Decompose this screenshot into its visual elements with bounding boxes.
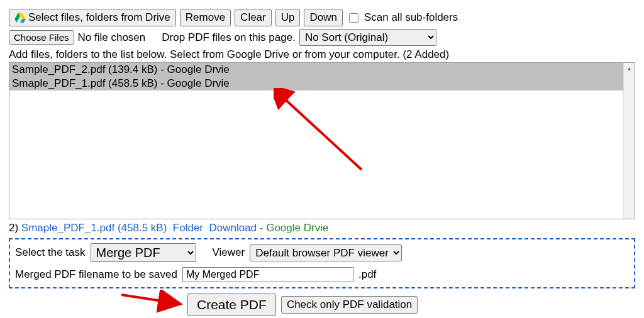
drop-hint-label: Drop PDF files on this page. [162, 31, 296, 44]
task-select[interactable]: Merge PDF [91, 243, 196, 262]
task-panel: Select the task Merge PDF Viewer Default… [9, 238, 635, 288]
no-file-label: No file chosen [78, 31, 146, 44]
svg-line-6 [121, 295, 178, 304]
viewer-select[interactable]: Default browser PDF viewer [250, 244, 402, 261]
remove-button[interactable]: Remove [180, 9, 231, 26]
drive-button-label: Select files, folders from Drive [28, 11, 170, 24]
create-pdf-button[interactable]: Create PDF [187, 293, 276, 316]
choose-files-button[interactable]: Choose Files [9, 30, 74, 45]
google-drive-icon [14, 13, 26, 23]
select-drive-button[interactable]: Select files, folders from Drive [9, 9, 176, 26]
status-download-link[interactable]: Download [209, 222, 257, 234]
svg-marker-1 [20, 19, 26, 23]
instructions-text: Add files, folders to the list below. Se… [9, 48, 635, 61]
filename-input[interactable] [182, 267, 353, 282]
file-list[interactable]: Sample_PDF_2.pdf (139.4 kB) - Google Drv… [9, 63, 635, 90]
up-button[interactable]: Up [275, 9, 301, 26]
file-list-box: Sample_PDF_2.pdf (139.4 kB) - Google Drv… [9, 62, 635, 219]
filename-label: Merged PDF filename to be saved [15, 268, 177, 281]
task-label: Select the task [15, 246, 86, 259]
scan-subfolders-label: Scan all sub-folders [364, 11, 458, 24]
status-index: 2) [9, 222, 18, 234]
annotation-arrow-icon [274, 88, 380, 182]
status-line: 2) Smaple_PDF_1.pdf (458.5 kB) Folder Do… [9, 222, 635, 234]
annotation-arrow-icon [118, 290, 187, 315]
sort-select[interactable]: No Sort (Original) [299, 29, 436, 46]
status-folder-link[interactable]: Folder [173, 222, 203, 234]
scroll-down-icon[interactable] [624, 208, 635, 219]
validate-button[interactable]: Check only PDF validation [281, 296, 418, 314]
scan-subfolders-checkbox[interactable] [349, 13, 358, 23]
down-button[interactable]: Down [304, 9, 342, 26]
list-item[interactable]: Sample_PDF_2.pdf (139.4 kB) - Google Drv… [9, 63, 635, 77]
svg-line-4 [283, 97, 362, 170]
status-filename-link[interactable]: Smaple_PDF_1.pdf (458.5 kB) [21, 222, 167, 234]
clear-button[interactable]: Clear [235, 9, 272, 26]
status-source: - Google Drvie [260, 222, 329, 234]
filename-ext: .pdf [358, 268, 376, 281]
scrollbar[interactable]: ▴ [623, 63, 635, 219]
viewer-label: Viewer [213, 246, 245, 259]
list-item[interactable]: Smaple_PDF_1.pdf (458.5 kB) - Google Drv… [9, 77, 635, 90]
